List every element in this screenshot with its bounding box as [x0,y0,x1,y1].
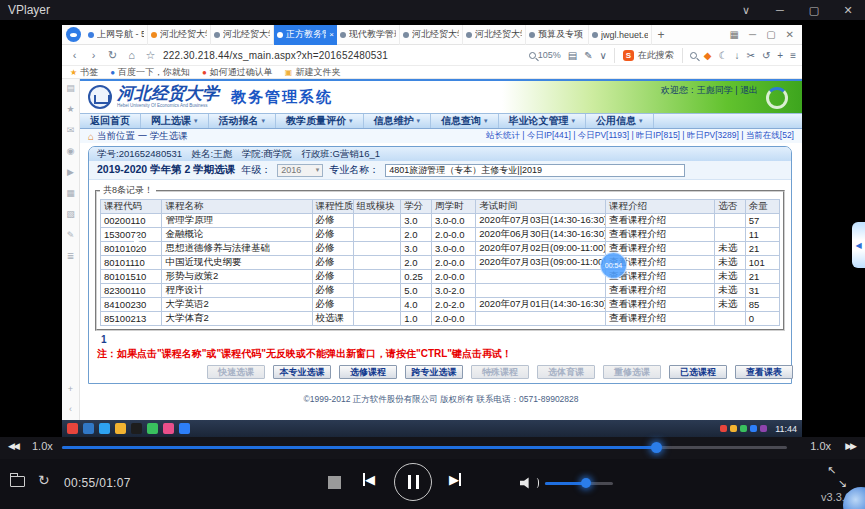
next-button[interactable]: ▶ [449,473,461,486]
nav-menu-item[interactable]: 公用信息 ▾ [586,114,654,128]
chevron-down-icon[interactable]: ∨ [729,0,763,20]
course-code-link[interactable]: 80101510 [101,270,162,284]
maximize-icon[interactable]: ▢ [797,0,831,20]
taskbar-app-icon[interactable] [163,423,174,434]
browser-tab[interactable]: 河北经贸大学 [400,25,463,45]
edit-icon[interactable]: ✎ [584,50,592,61]
nav-menu-item[interactable]: 毕业论文管理 ▾ [499,114,587,128]
bookmark-item[interactable]: ▣ 新建文件夹 [285,66,341,79]
side-panel-icon[interactable]: ▧ [66,209,75,219]
fullscreen-icon[interactable]: ↖ ↘ [827,467,847,487]
stop-button[interactable] [328,476,341,489]
taskbar-app-icon[interactable] [67,423,78,434]
course-code-link[interactable]: 84100230 [101,298,162,312]
seek-bar[interactable] [62,446,787,449]
action-button[interactable]: 快速选课 [207,365,265,379]
browser-tab[interactable]: 河北经贸大学 [211,25,274,45]
course-name-link[interactable]: 思想道德修养与法律基础 [162,242,312,256]
course-code-link[interactable]: 82300110 [101,284,162,298]
course-name-link[interactable]: 管理学原理 [162,214,312,228]
extension-icon[interactable]: ◆ [704,50,712,61]
course-intro-link[interactable]: 查看课程介绍 [605,214,714,228]
fast-forward-icon[interactable]: ▶▶ [845,441,855,451]
previous-button[interactable]: ◀ [363,473,375,486]
volume-handle[interactable] [581,478,591,488]
tray-icon[interactable] [740,425,747,432]
course-name-link[interactable]: 中国近现代史纲要 [162,256,312,270]
taskbar-app-icon[interactable] [131,423,142,434]
side-panel-icon[interactable]: ▶ [67,167,74,177]
action-button[interactable]: 特殊课程 [471,365,529,379]
course-intro-link[interactable]: 查看课程介绍 [605,228,714,242]
side-panel-icon[interactable]: ✉ [67,125,75,135]
action-button[interactable]: 选修课程 [339,365,397,379]
course-intro-link[interactable]: 查看课程介绍 [605,312,714,326]
bookmark-item[interactable]: ● 百度一下，你就知 [110,66,190,79]
home-icon[interactable]: ⌂ [125,49,138,61]
browser-maximize-icon[interactable]: ▢ [766,29,775,40]
bookmark-item[interactable]: ★ 书签 [70,66,98,79]
course-name-link[interactable]: 金融概论 [162,228,312,242]
add-icon[interactable]: + [777,50,783,61]
speed-up-label[interactable]: 1.0x [810,440,831,452]
page-number[interactable]: 1 [89,333,791,346]
browser-tab[interactable]: 上网导航 - 51 [85,25,148,45]
browser-tab[interactable]: jwgl.heuet.e [589,25,652,45]
side-panel-icon[interactable]: ◉ [67,146,75,156]
course-code-link[interactable]: 00200110 [101,214,162,228]
action-button[interactable]: 重修选课 [603,365,661,379]
close-icon[interactable]: ✕ [831,0,865,20]
browser-minimize-icon[interactable]: ─ [749,29,756,40]
action-button[interactable]: 跨专业选课 [405,365,463,379]
history-icon[interactable]: ↺ [762,50,770,61]
course-intro-link[interactable]: 查看课程介绍 [605,242,714,256]
browser-tab[interactable]: 河北经贸大学 [148,25,211,45]
zoom-control[interactable]: 105% [529,50,561,60]
bookmark-item[interactable]: ● 如何通过确认单 [202,66,273,79]
reader-mode-icon[interactable]: ▤ [568,50,577,61]
side-panel-icon[interactable]: ▤ [66,83,75,93]
side-panel-icon[interactable]: ★ [66,104,74,114]
taskbar-app-icon[interactable] [179,423,190,434]
grade-select[interactable]: 2016 ▾ [277,164,323,177]
screenshot-scissors-icon[interactable]: ✂ [747,50,755,61]
course-intro-link[interactable]: 查看课程介绍 [605,284,714,298]
browser-search-box[interactable]: S 在此搜索 [614,48,683,63]
nav-menu-item[interactable]: 教学质量评价 ▾ [276,114,364,128]
volume-slider[interactable] [545,482,613,485]
browser-close-icon[interactable]: ✕ [786,29,794,40]
course-name-link[interactable]: 形势与政策2 [162,270,312,284]
course-name-link[interactable]: 大学体育2 [162,312,312,326]
welcome-text[interactable]: 欢迎您：王彪同学 | 退出 [661,84,758,97]
browser-tab[interactable]: 正方教务管理 × [274,25,337,45]
tab-close-icon[interactable]: × [329,30,334,39]
action-button[interactable]: 本专业选课 [273,365,331,379]
tile-windows-icon[interactable]: ▦ [730,29,739,40]
course-intro-link[interactable]: 查看课程介绍 [605,298,714,312]
open-file-icon[interactable] [10,476,25,487]
pause-button[interactable] [394,463,432,501]
loop-icon[interactable]: ↻ [38,472,50,488]
taskbar-app-icon[interactable] [99,423,110,434]
menu-icon[interactable]: ≡ [790,50,796,61]
nav-menu-item[interactable]: 活动报名 ▾ [209,114,277,128]
chevron-down-icon[interactable]: ∨ [600,50,607,61]
nav-menu-item[interactable]: 返回首页 ▾ [80,114,141,128]
tray-icon[interactable] [760,425,767,432]
course-name-link[interactable]: 大学英语2 [162,298,312,312]
major-input[interactable] [385,164,685,177]
taskbar-app-icon[interactable] [83,423,94,434]
minimize-icon[interactable]: ─ [763,0,797,20]
site-stats[interactable]: 站长统计 | 今日IP[441] | 今日PV[1193] | 昨日IP[815… [486,130,794,142]
course-code-link[interactable]: 15300720 [101,228,162,242]
action-button[interactable]: 查看课表 [735,365,793,379]
side-panel-icon[interactable]: ▦ [66,188,75,198]
action-button[interactable]: 已选课程 [669,365,727,379]
tray-icon[interactable] [720,425,727,432]
side-panel-icon[interactable]: ✎ [67,230,75,240]
course-code-link[interactable]: 80101020 [101,242,162,256]
side-panel-bottom-icon[interactable]: + [68,384,73,394]
playlist-toggle-handle[interactable]: ◀ [852,222,865,268]
taskbar-app-icon[interactable] [115,423,126,434]
find-icon[interactable] [690,52,697,59]
